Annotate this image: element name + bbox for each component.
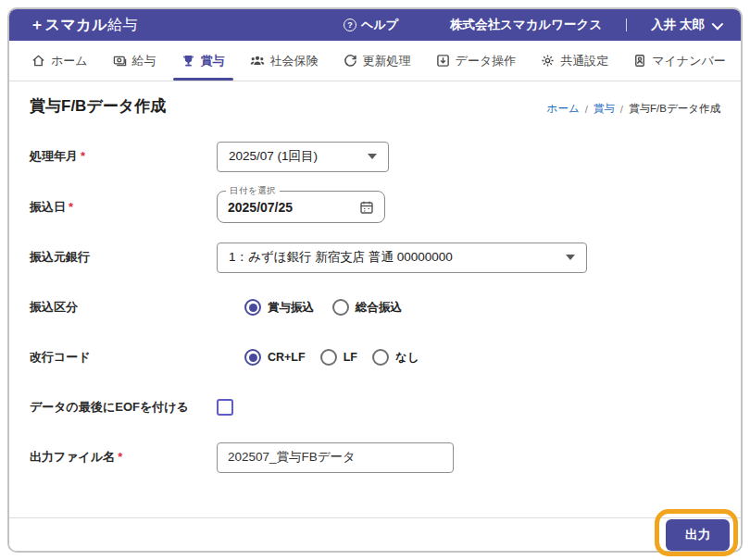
linebreak-code-label: 改行コード <box>30 349 217 366</box>
top-app-bar: ＋スマカル給与 ? ヘルプ 株式会社スマカルワークス 入井 太郎 <box>9 9 741 41</box>
source-bank-value: 1：みずほ銀行 新宿支店 普通 00000000 <box>229 249 453 266</box>
source-bank-label: 振込元銀行 <box>30 249 217 266</box>
app-logo-sub: 給与 <box>107 17 138 32</box>
payroll-icon <box>113 54 127 68</box>
select-caret-icon <box>368 154 377 159</box>
transfer-date-label: 振込日* <box>30 199 217 216</box>
linebreak-code-radio-group: CR+LF LF なし <box>244 349 419 366</box>
app-logo[interactable]: ＋スマカル給与 <box>30 16 138 35</box>
calendar-icon[interactable] <box>359 200 374 215</box>
transfer-type-label: 振込区分 <box>30 299 217 316</box>
main-nav: ホーム 給与 賞与 社会保険 更新処理 データ操作 共通設定 マイナンバー <box>9 41 741 81</box>
transfer-type-radio-group: 賞与振込 総合振込 <box>244 299 402 316</box>
radio-icon <box>332 299 349 316</box>
user-menu[interactable]: 入井 太郎 <box>651 17 720 33</box>
breadcrumb: ホーム / 賞与 / 賞与F/Bデータ作成 <box>547 102 720 117</box>
page-title: 賞与F/Bデータ作成 <box>30 95 166 117</box>
company-name: 株式会社スマカルワークス <box>450 17 602 33</box>
breadcrumb-current: 賞与F/Bデータ作成 <box>629 102 720 116</box>
form-row-transfer-type: 振込区分 賞与振込 総合振込 <box>30 292 720 323</box>
id-card-icon <box>633 54 646 68</box>
radio-bonus-transfer[interactable]: 賞与振込 <box>244 299 314 316</box>
header-divider <box>626 19 627 31</box>
nav-item-update[interactable]: 更新処理 <box>344 41 411 81</box>
output-filename-label: 出力ファイル名* <box>30 449 217 466</box>
nav-item-social-insurance[interactable]: 社会保険 <box>250 41 319 81</box>
nav-item-settings[interactable]: 共通設定 <box>541 41 608 81</box>
source-bank-select[interactable]: 1：みずほ銀行 新宿支店 普通 00000000 <box>217 243 587 273</box>
nav-item-home[interactable]: ホーム <box>31 41 88 81</box>
processing-month-label: 処理年月* <box>30 148 217 165</box>
people-icon <box>250 54 265 68</box>
breadcrumb-bonus-link[interactable]: 賞与 <box>594 102 615 116</box>
output-filename-input[interactable] <box>217 442 454 473</box>
radio-general-transfer[interactable]: 総合振込 <box>332 299 402 316</box>
app-window: ＋スマカル給与 ? ヘルプ 株式会社スマカルワークス 入井 太郎 ホーム 給与 … <box>7 7 743 553</box>
form-row-eof: データの最後にEOFを付ける <box>30 392 720 423</box>
user-name: 入井 太郎 <box>651 17 705 33</box>
transfer-date-input[interactable]: 日付を選択 2025/07/25 <box>217 191 385 223</box>
help-label: ヘルプ <box>361 17 398 33</box>
home-icon <box>31 54 45 68</box>
page-content: 賞与F/Bデータ作成 ホーム / 賞与 / 賞与F/Bデータ作成 処理年月* 2… <box>9 81 741 473</box>
trophy-icon <box>181 54 195 68</box>
help-icon: ? <box>344 19 356 31</box>
radio-crlf[interactable]: CR+LF <box>244 349 306 366</box>
help-link[interactable]: ? ヘルプ <box>344 17 398 33</box>
radio-icon <box>320 349 337 366</box>
processing-month-value: 2025/07 (1回目) <box>229 148 318 165</box>
nav-item-data-ops[interactable]: データ操作 <box>436 41 517 81</box>
nav-item-payroll[interactable]: 給与 <box>113 41 156 81</box>
select-caret-icon <box>566 255 575 260</box>
form-footer: 出力 <box>9 517 741 551</box>
radio-none[interactable]: なし <box>372 349 419 366</box>
fb-data-form: 処理年月* 2025/07 (1回目) 振込日* 日付を選択 2025/07/2… <box>30 141 720 473</box>
radio-lf[interactable]: LF <box>320 349 357 366</box>
form-row-linebreak-code: 改行コード CR+LF LF なし <box>30 342 720 373</box>
data-download-icon <box>436 54 450 68</box>
gear-icon <box>541 54 555 68</box>
app-logo-main: ＋スマカル <box>30 17 107 32</box>
eof-checkbox[interactable] <box>217 399 233 416</box>
required-asterisk: * <box>81 149 85 163</box>
transfer-date-value: 2025/07/25 <box>228 200 293 215</box>
required-asterisk: * <box>69 200 73 214</box>
output-button[interactable]: 出力 <box>666 519 730 551</box>
chevron-down-icon <box>712 18 724 30</box>
nav-item-bonus[interactable]: 賞与 <box>181 41 225 81</box>
processing-month-select[interactable]: 2025/07 (1回目) <box>217 142 389 172</box>
form-row-output-filename: 出力ファイル名* <box>30 442 720 473</box>
nav-item-mynumber[interactable]: マイナンバー <box>633 41 726 81</box>
breadcrumb-home-link[interactable]: ホーム <box>547 102 580 116</box>
date-field-floating-label: 日付を選択 <box>226 185 280 197</box>
form-row-transfer-date: 振込日* 日付を選択 2025/07/25 <box>30 191 720 223</box>
radio-icon <box>244 349 261 366</box>
radio-icon <box>372 349 389 366</box>
form-row-source-bank: 振込元銀行 1：みずほ銀行 新宿支店 普通 00000000 <box>30 242 720 273</box>
refresh-icon <box>344 54 357 68</box>
form-row-processing-month: 処理年月* 2025/07 (1回目) <box>30 141 720 172</box>
radio-icon <box>244 299 261 316</box>
required-asterisk: * <box>118 450 122 464</box>
eof-label: データの最後にEOFを付ける <box>30 399 217 416</box>
